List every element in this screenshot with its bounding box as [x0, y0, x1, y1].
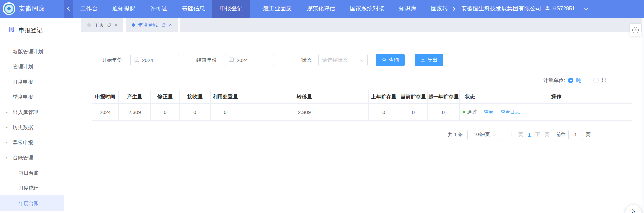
end-year-label: 结束年份	[196, 54, 217, 66]
username: HS72851...	[552, 6, 579, 12]
nav-item-workbench[interactable]: 工作台	[73, 0, 105, 18]
pagination: 共 1 条 10条/页 上一页 1 下一页 前往 页	[448, 130, 591, 140]
topbar: 安徽固废 工作台 通知提醒 许可证 基础信息 申报登记 一般工业固废 规范化评估…	[0, 0, 644, 18]
status-select[interactable]: 请选择状态	[318, 54, 368, 66]
col-status: 状态	[460, 90, 480, 104]
prev-page-button[interactable]: 上一页	[509, 132, 523, 138]
view-log-link[interactable]: 查看日志	[501, 109, 520, 115]
cell-actions: 查看 查看日志	[480, 104, 632, 121]
sidebar-item-management-plan[interactable]: 管理计划	[0, 59, 64, 74]
col-declare-time: 申报时间	[92, 90, 119, 104]
circled-close-icon: ×	[632, 27, 639, 33]
refresh-icon[interactable]	[107, 23, 111, 27]
sidebar-item-ledger-management[interactable]: ▾ 台账管理	[0, 150, 64, 165]
nav-scroll-right-button[interactable]	[450, 0, 458, 18]
nav-item-general-industrial-waste[interactable]: 一般工业固废	[250, 0, 299, 18]
sidebar-item-history-data[interactable]: ▸ 历史数据	[0, 120, 64, 135]
sidebar-item-annual-ledger[interactable]: 年度台账	[0, 195, 64, 211]
status-select-placeholder: 请选择状态	[322, 57, 348, 63]
col-generated: 产生量	[119, 90, 151, 104]
unit-label: 计量单位:	[543, 77, 565, 84]
nav-item-standardization-assessment[interactable]: 规范化评估	[299, 0, 343, 18]
tab-home-label: 主页	[94, 22, 104, 28]
status-badge: 通过	[467, 109, 477, 115]
nav-item-waste-transfer[interactable]: 固废转	[424, 0, 450, 18]
status-label: 状态	[301, 54, 312, 66]
nav-item-basic-info[interactable]: 基础信息	[175, 0, 212, 18]
scrollbar-track[interactable]	[642, 18, 644, 213]
nav-item-license[interactable]: 许可证	[143, 0, 175, 18]
tab-home[interactable]: 主页 ×	[81, 18, 123, 32]
export-button-label: 导出	[428, 57, 438, 63]
cell-transferred: 2.309	[240, 104, 369, 121]
caret-right-icon: ▸	[6, 104, 8, 120]
radio-ton[interactable]	[568, 78, 573, 83]
radio-pcs-label[interactable]: 只	[601, 77, 606, 84]
app-logo-icon	[3, 2, 15, 15]
tab-status-dot	[87, 23, 91, 27]
radio-pcs[interactable]	[593, 78, 599, 83]
start-year-label: 开始年份	[102, 54, 122, 66]
sidebar-title: 申报登记	[19, 26, 43, 34]
nav-item-national-system[interactable]: 国家系统对接	[343, 0, 392, 18]
nav-scroll-left-button[interactable]	[64, 0, 73, 18]
sidebar-item-label: 历史数据	[13, 124, 33, 130]
sidebar-item-new-management-plan[interactable]: 新版管理计划	[0, 44, 64, 59]
tab-annual-ledger-label: 年度台账	[138, 22, 158, 28]
nav-item-declaration[interactable]: 申报登记	[212, 0, 250, 18]
cell-over-one-year-storage: 0	[428, 104, 460, 121]
refresh-icon[interactable]	[161, 23, 166, 27]
tabbar: 主页 × 年度台账 ×	[64, 18, 642, 32]
end-year-picker[interactable]	[225, 54, 274, 66]
view-link[interactable]: 查看	[484, 109, 493, 115]
tab-separator	[178, 18, 180, 32]
search-button[interactable]: 查询	[376, 54, 405, 66]
brand-title: 安徽固废	[19, 0, 45, 18]
chevron-down-icon	[360, 58, 364, 61]
goto-page-input[interactable]	[568, 130, 583, 140]
cell-status: 通过	[460, 104, 480, 121]
close-icon[interactable]: ×	[169, 22, 172, 28]
page-size-select[interactable]: 10条/页	[467, 130, 502, 140]
chevron-left-icon	[67, 7, 71, 11]
user-menu[interactable]: HS72851...	[545, 0, 588, 18]
sidebar-item-quarterly-declaration[interactable]: 季度申报	[0, 89, 64, 104]
start-year-picker[interactable]	[130, 54, 179, 66]
col-received: 接收量	[180, 90, 211, 104]
page-unit-label: 页	[586, 132, 591, 138]
top-nav: 工作台 通知提醒 许可证 基础信息 申报登记 一般工业固废 规范化评估 国家系统…	[73, 0, 588, 18]
tab-annual-ledger[interactable]: 年度台账 ×	[126, 18, 178, 32]
col-utilized: 利用处置量	[211, 90, 240, 104]
page-number-1[interactable]: 1	[528, 132, 531, 138]
cell-received: 0	[180, 104, 211, 121]
search-icon	[382, 57, 387, 63]
close-icon[interactable]: ×	[114, 22, 117, 28]
end-year-input[interactable]	[237, 57, 267, 63]
cell-utilized: 0	[211, 104, 240, 121]
sidebar-item-label: 出入库管理	[13, 109, 38, 115]
chevron-down-icon	[493, 132, 496, 136]
nav-item-notifications[interactable]: 通知提醒	[105, 0, 143, 18]
nav-item-knowledge-base[interactable]: 知识库	[392, 0, 424, 18]
goto-label: 前往	[556, 132, 566, 138]
table-row: 2024 2.309 0 0 0 2.309 0 0 0 通过 查看 查看日志	[92, 104, 632, 121]
sidebar-item-label: 台账管理	[13, 155, 33, 160]
start-year-input[interactable]	[142, 57, 172, 63]
sidebar-item-monthly-declaration[interactable]: 月度申报	[0, 74, 64, 89]
radio-ton-label[interactable]: 吨	[576, 77, 581, 84]
chevron-right-icon	[451, 7, 455, 11]
declaration-doc-icon	[9, 26, 15, 34]
sidebar-item-monthly-stats[interactable]: 月度统计	[0, 180, 64, 195]
sidebar-item-label: 异常申报	[13, 140, 33, 145]
sidebar-item-daily-ledger[interactable]: 每日台账	[0, 165, 64, 180]
col-transferred: 转移量	[240, 90, 369, 104]
next-page-button[interactable]: 下一页	[535, 132, 549, 138]
col-current-storage: 当前贮存量	[399, 90, 428, 104]
company-name[interactable]: 安徽恒生科技发展集团有限公司	[461, 0, 541, 18]
sidebar-item-abnormal-declaration[interactable]: ▸ 异常申报	[0, 135, 64, 150]
export-button[interactable]: 导出	[415, 54, 443, 66]
sidebar-item-inout-warehouse[interactable]: ▸ 出入库管理	[0, 104, 64, 120]
close-all-tabs-button[interactable]: ×	[630, 24, 641, 36]
translate-icon: 文	[630, 208, 637, 213]
cell-current-storage: 0	[399, 104, 428, 121]
